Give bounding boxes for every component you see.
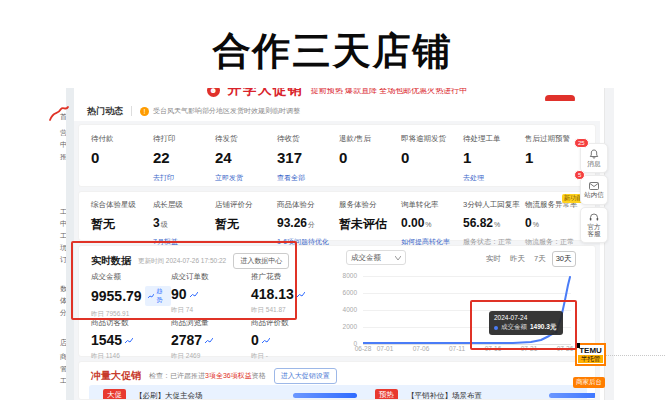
chart-metric-select[interactable]: 成交金额 (346, 250, 406, 265)
tab-yesterday[interactable]: 昨天 (507, 252, 528, 266)
metric-link[interactable]: 查看全部 (277, 173, 339, 183)
realtime-metric: 商品访客数 1545 昨日 1146 (91, 318, 171, 361)
metric-label: 待打印 (153, 134, 215, 144)
x-tick: 07-06 (407, 345, 435, 352)
headset-icon (589, 213, 599, 222)
promo-desc: 检查：已许愿推进3项全36项权益资格 (149, 371, 266, 381)
metric-value: 1 (463, 149, 525, 166)
watermark-brand: TEMU (578, 346, 603, 355)
hot-news-bar: 热门动态 ! 受台风天气影响部分地区发货时效规则临时调整 (74, 101, 600, 121)
tooltip-date: 2024-07-24 (494, 314, 558, 321)
metric-value: 暂无 (215, 216, 277, 233)
metric-label: 待收货 (277, 134, 339, 144)
metric-value: 0 (91, 149, 153, 166)
experience-metrics-card: 综合体验星级 暂无 成长层级 3级 7月权益 店铺评价分 暂无 商品体验分 93… (78, 191, 596, 241)
watermark-badge: TEMU 半托管 (575, 343, 606, 366)
sidebar-divider (66, 88, 74, 400)
metric-cell: 退款/售后 0 (339, 134, 401, 186)
metric-label: 即将逾期发货 (401, 134, 463, 144)
mini-chart-icon[interactable] (125, 337, 133, 344)
promo-card: 冲量大促销 检查：已许愿推进3项全36项权益资格 进入大促销设置 大促 【必刷】… (78, 361, 596, 400)
metric-label: 退款/售后 (339, 134, 401, 144)
promo-title: 冲量大促销 (91, 369, 141, 383)
metric-value: 24 (215, 149, 277, 166)
red-pen-squiggle (48, 104, 70, 124)
enter-data-center-button[interactable]: 进入数据中心 (233, 253, 289, 269)
tab-realtime[interactable]: 实时 (483, 252, 504, 266)
tab-7days[interactable]: 7天 (531, 252, 549, 266)
metric-label: 待付款 (91, 134, 153, 144)
promo-tag: 预热 (375, 389, 398, 400)
promo-task-text[interactable]: 【平销补位】场景布置 (407, 391, 482, 400)
y-tick: 4000 (335, 306, 357, 313)
metric-value: 暂未评估 (339, 216, 401, 233)
top-promo-banner[interactable]: ☻ 开学大促销 提前预热 爆款直降 全场包邮优惠火热进行中 (74, 88, 600, 101)
metric-link[interactable]: 去处理 (463, 173, 525, 183)
chart-range-tabs: 实时 昨天 7天 30天 (483, 251, 576, 267)
progress-bar (549, 393, 596, 398)
metric-cell: 新功能 物流服务异常率 0% 物流服务：正常 (525, 200, 587, 247)
metric-label: 3分钟人工回复率 (463, 200, 525, 210)
bell-icon (589, 149, 599, 159)
metric-cell: 询单转化率 0.00% 如何提高转化率 (401, 200, 463, 247)
yesterday-value: 昨日 2469 (171, 352, 251, 361)
y-tick: 2000 (335, 323, 357, 330)
metric-value: 317 (277, 149, 339, 166)
metric-cell: 商品体验分 93.26分 1-6项问题待优化 (277, 200, 339, 247)
promo-task-text[interactable]: 【必刷】大促主会场 (135, 391, 203, 400)
promo-settings-button[interactable]: 进入大促销设置 (274, 368, 337, 384)
metric-cell: 3分钟人工回复率 56.82% 服务状态：正常 (463, 200, 525, 247)
metric-label: 店铺评价分 (215, 200, 277, 210)
official-support-button[interactable]: 官方客服 (580, 207, 608, 243)
realtime-metric: 推广花费 418.13 昨日 541.87 (251, 272, 331, 315)
realtime-title: 实时数据 (91, 254, 131, 268)
mini-chart-icon[interactable] (190, 291, 198, 298)
metric-value: 22 (153, 149, 215, 166)
yesterday-value: 昨日 - (251, 352, 331, 361)
metric-link[interactable]: 立即发货 (215, 173, 277, 183)
metric-value: 0.00% (401, 216, 463, 230)
metric-value: 暂无 (91, 216, 153, 233)
metric-label: 询单转化率 (401, 200, 463, 210)
metric-value: 3级 (153, 216, 215, 230)
screenshot-stage: 合作三天店铺 首页 营销 中心 推广 ⌃ ⌃ 工具 中心 工具 玩法 订单 ⌃ … (0, 0, 665, 400)
yesterday-value: 昨日 74 (171, 306, 251, 315)
y-tick: 6000 (335, 289, 357, 296)
realtime-metric: 商品评价数 0 昨日 - (251, 318, 331, 361)
realtime-data-card: 实时数据 更新时间 2024-07-26 17:50:22 进入数据中心 成交金… (78, 245, 596, 357)
metric-cell: 成长层级 3级 7月权益 (153, 200, 215, 247)
metric-value: 0 (339, 149, 401, 166)
tooltip-series: 成交金额 (501, 323, 527, 332)
hot-news-text[interactable]: 受台风天气影响部分地区发货时效规则临时调整 (153, 106, 300, 116)
metric-value: 93.26分 (277, 216, 339, 230)
inbox-button[interactable]: 站内信 (580, 175, 608, 205)
realtime-metric: 商品浏览量 2787 昨日 2469 (171, 318, 251, 361)
x-tick: 07-21 (515, 345, 543, 352)
realtime-update-time: 更新时间 2024-07-26 17:50:22 (138, 257, 226, 266)
metric-label: 综合体验星级 (91, 200, 153, 210)
mini-chart-icon (148, 293, 155, 299)
mini-chart-icon[interactable] (205, 337, 213, 344)
banner-subtitle: 提前预热 爆款直降 全场包邮优惠火热进行中 (311, 88, 467, 96)
watermark-corner-icon (575, 343, 580, 348)
metric-value: 1 (525, 149, 587, 166)
yesterday-value: 昨日 541.87 (251, 306, 331, 315)
metric-cell: 店铺评价分 暂无 (215, 200, 277, 247)
metric-label: 待处理工单 (463, 134, 525, 144)
mini-chart-icon[interactable] (262, 337, 270, 344)
banner-smile-icon: ☻ (207, 88, 220, 97)
banner-title: 开学大促销 (228, 88, 303, 99)
tab-30days[interactable]: 30天 (552, 251, 576, 267)
series-dot-icon (494, 326, 498, 330)
metric-cell: 待收货 317 查看全部 (277, 134, 339, 186)
metric-cell: 待付款 0 (91, 134, 153, 186)
metric-cell: 即将逾期发货 0 (401, 134, 463, 186)
badge-count: 25 (574, 138, 589, 148)
metric-label: 待发货 (215, 134, 277, 144)
dotted-guide-line (602, 355, 665, 356)
trend-chip[interactable]: 趋势 (145, 286, 171, 306)
metric-link[interactable]: 去打印 (153, 173, 215, 183)
separator (131, 106, 132, 116)
mini-chart-icon[interactable] (297, 291, 305, 298)
metric-label: 成长层级 (153, 200, 215, 210)
